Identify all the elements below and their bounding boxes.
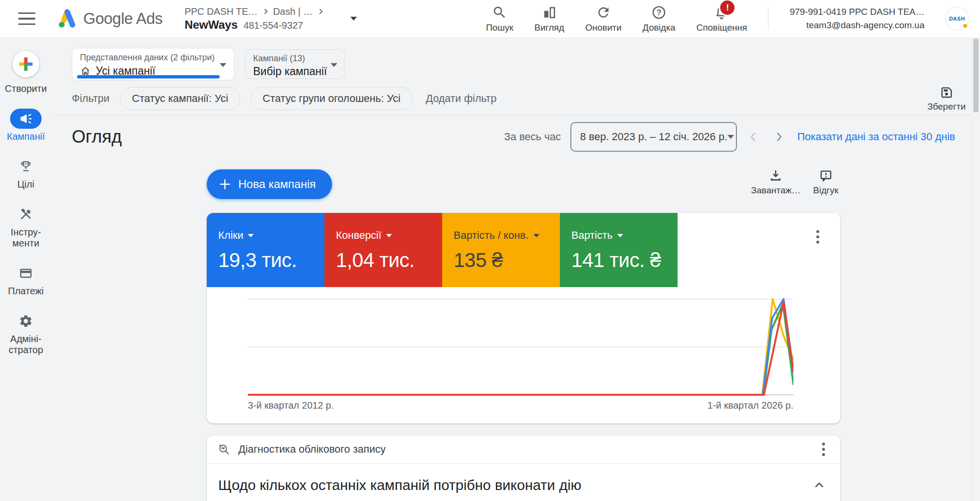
chevron-down-icon [534, 234, 539, 237]
download-button[interactable]: Завантаж… [751, 168, 801, 196]
chevron-down-icon[interactable] [350, 17, 357, 21]
add-filter-button[interactable]: Додати фільтр [426, 92, 497, 105]
breadcrumb-manager[interactable]: PPC DASH TE… [185, 6, 258, 17]
create-label: Створити [5, 83, 47, 94]
appearance-button[interactable]: Вигляд [535, 5, 564, 33]
feedback-button[interactable]: Відгук [813, 168, 838, 196]
help-icon: ? [651, 5, 667, 20]
metric-clicks[interactable]: Кліки 19,3 тис. [207, 213, 324, 287]
save-button[interactable]: Зберегти [927, 85, 966, 112]
notifications-button[interactable]: ! Сповіщення [696, 5, 747, 33]
plus-icon [218, 178, 232, 191]
filters-label: Фільтри [72, 92, 110, 105]
card-menu-button[interactable] [814, 228, 821, 245]
data-view-label: Представлення даних (2 фільтри) [80, 53, 226, 63]
product-name: Google Ads [83, 10, 163, 28]
metric-clicks-value: 19,3 тис. [218, 249, 324, 272]
date-range-value: 8 вер. 2023 р. – 12 січ. 2026 р. [580, 131, 727, 143]
chevron-down-icon [386, 234, 392, 237]
filters-toolbar: Представлення даних (2 фільтри) Усі камп… [52, 37, 980, 115]
collapse-button[interactable] [813, 479, 826, 492]
diagnostics-card: Діагностика облікового запису Щодо кільк… [207, 435, 840, 501]
chart-view-icon [542, 5, 557, 20]
sidebar-item-campaigns[interactable]: Кампанії [7, 109, 45, 142]
sidebar-item-payments[interactable]: Платежі [8, 263, 44, 297]
scrollbar-thumb[interactable] [973, 38, 979, 112]
metric-cost-per-conversion-value: 135 ₴ [454, 249, 560, 272]
metric-cost-per-conversion[interactable]: Вартість / конв. 135 ₴ [442, 213, 560, 287]
performance-chart [248, 298, 793, 396]
x-axis-start-label: 3-й квартал 2012 р. [248, 400, 334, 411]
sidebar-item-admin[interactable]: Адміні- стратор [9, 311, 43, 356]
metric-cost-value: 141 тис. ₴ [571, 249, 678, 272]
create-button[interactable] [12, 51, 39, 78]
data-view-selector[interactable]: Представлення даних (2 фільтри) Усі камп… [72, 48, 234, 80]
filter-chip-campaign-status[interactable]: Статус кампанії: Усі [120, 87, 240, 110]
scrollbar-track[interactable] [972, 37, 980, 501]
metric-conversions[interactable]: Конверсії 1,04 тис. [324, 213, 442, 287]
megaphone-icon [19, 111, 33, 126]
svg-text:?: ? [657, 8, 662, 17]
x-axis-end-label: 1-й квартал 2026 р. [708, 400, 793, 411]
campaign-selector[interactable]: Кампанії (13) Вибір кампанії [245, 49, 345, 79]
chevron-down-icon [617, 234, 623, 237]
help-button[interactable]: ? Довідка [643, 5, 675, 33]
refresh-icon [596, 5, 611, 20]
new-campaign-button[interactable]: Нова кампанія [207, 169, 332, 199]
chevron-right-icon [773, 131, 785, 143]
avatar[interactable]: DASH [946, 7, 969, 30]
chevron-up-icon [813, 479, 826, 492]
search-icon [492, 5, 507, 20]
campaign-selector-label: Кампанії (13) [253, 54, 336, 64]
save-icon [939, 85, 954, 100]
sidebar: Створити Кампанії Цілі Інстру- менти Пла… [0, 37, 52, 501]
sidebar-item-goals[interactable]: Цілі [10, 156, 42, 190]
breadcrumb: PPC DASH TE… Dash | … [185, 6, 325, 17]
top-bar: Google Ads PPC DASH TE… Dash | … NewWays… [0, 0, 980, 38]
all-time-label: За весь час [504, 131, 561, 143]
divider [768, 7, 768, 30]
next-period-button[interactable] [769, 127, 789, 146]
breadcrumb-subaccount[interactable]: Dash | … [273, 6, 313, 17]
diagnostics-alert-row[interactable]: Щодо кількох останніх кампаній потрібно … [207, 464, 840, 493]
chevron-down-icon [331, 63, 337, 67]
feedback-icon [819, 168, 833, 183]
chevron-down-icon [248, 234, 254, 237]
profile-info[interactable]: 979-991-0419 PPC DASH TEA… team3@dash-ag… [790, 5, 924, 32]
gear-icon [19, 314, 33, 328]
filter-chip-adgroup-status[interactable]: Статус групи оголошень: Усі [251, 87, 412, 110]
google-ads-logo[interactable]: Google Ads [56, 8, 163, 30]
diagnostics-headline: Щодо кількох останніх кампаній потрібно … [218, 477, 581, 493]
diagnostics-title: Діагностика облікового запису [238, 443, 386, 456]
sidebar-item-tools[interactable]: Інстру- менти [10, 204, 42, 249]
menu-icon[interactable] [18, 12, 35, 25]
active-view-underline [77, 75, 220, 78]
plus-multicolor-icon [17, 56, 34, 73]
metric-cost[interactable]: Вартість 141 тис. ₴ [560, 213, 678, 287]
diagnostics-menu-button[interactable] [820, 441, 827, 458]
page-title: Огляд [72, 127, 122, 147]
diagnostics-icon [217, 443, 231, 456]
metric-conversions-value: 1,04 тис. [336, 249, 442, 272]
profile-email: team3@dash-agency.com.ua [790, 19, 924, 32]
search-button[interactable]: Пошук [486, 5, 513, 33]
trophy-icon [19, 159, 33, 174]
credit-card-icon [19, 266, 33, 280]
refresh-button[interactable]: Оновити [585, 5, 622, 33]
main-content: Огляд За весь час 8 вер. 2023 р. – 12 сі… [52, 115, 972, 501]
chevron-right-icon [316, 7, 325, 16]
chevron-down-icon [220, 63, 226, 67]
notification-badge: ! [719, 0, 736, 16]
date-range-selector[interactable]: 8 вер. 2023 р. – 12 січ. 2026 р. [570, 122, 737, 152]
prev-period-button[interactable] [744, 127, 763, 146]
ads-logo-icon [56, 8, 78, 30]
chart-x-axis: 3-й квартал 2012 р. 1-й квартал 2026 р. [248, 400, 793, 411]
tools-icon [19, 207, 33, 222]
show-last-30-days-link[interactable]: Показати дані за останні 30 днів [797, 131, 955, 143]
chevron-right-icon [261, 7, 270, 16]
download-icon [768, 168, 783, 183]
chevron-left-icon [747, 131, 759, 143]
account-name: NewWays [185, 18, 238, 32]
campaign-selector-value: Вибір кампанії [253, 65, 336, 78]
account-switcher[interactable]: PPC DASH TE… Dash | … NewWays 481-554-93… [185, 6, 357, 32]
